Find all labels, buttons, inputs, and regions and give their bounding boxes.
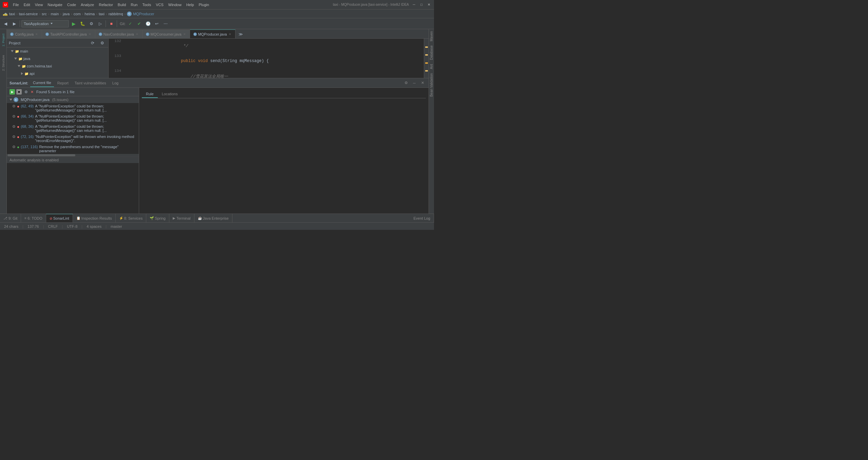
sync-icon[interactable]: ⟳ — [89, 39, 97, 47]
more-tabs-button[interactable]: ≫ — [237, 30, 245, 38]
tab-navcontroller[interactable]: C NavController.java ✕ — [95, 29, 143, 38]
menu-window[interactable]: Window — [166, 2, 184, 7]
bottom-tab-terminal[interactable]: ▶ Terminal — [169, 214, 194, 223]
ant-tool-btn[interactable]: Ant — [429, 62, 434, 71]
tab-taxiapi[interactable]: C TaxiAPIController.java ✕ — [42, 29, 95, 38]
stop-analysis-btn[interactable]: ■ — [16, 89, 22, 95]
issue-item-2[interactable]: ⚙ ● (66, 34) A "NullPointerException" co… — [7, 113, 139, 123]
run-config-dropdown[interactable]: TaxiApplication — [21, 20, 69, 27]
tab-mqproducer[interactable]: C MQProducer.java ✕ — [190, 29, 235, 38]
issue-item-4[interactable]: ⚙ ● (72, 16) "NullPointerException" will… — [7, 134, 139, 144]
scrollbar-thumb[interactable] — [7, 154, 75, 156]
horizontal-scrollbar[interactable] — [7, 154, 139, 157]
bottom-tab-sonarlint[interactable]: ⊘ SonarLint — [46, 214, 73, 223]
error-filter-icon[interactable]: ✕ — [31, 90, 34, 94]
bc-taxi-service[interactable]: taxi-service — [19, 12, 38, 16]
menu-navigate[interactable]: Navigate — [45, 2, 64, 7]
settings-panel-btn[interactable]: ⚙ — [403, 80, 410, 86]
bottom-tab-git[interactable]: ⎇ 9: Git — [0, 214, 21, 223]
git-back-button[interactable]: ↩ — [153, 20, 161, 28]
bc-taxi2[interactable]: taxi — [99, 12, 105, 16]
status-branch[interactable]: master — [109, 224, 124, 228]
tab-close-nav[interactable]: ✕ — [135, 32, 139, 36]
menu-view[interactable]: View — [33, 2, 45, 7]
issue-item-1[interactable]: ⚙ ● (62, 49) A "NullPointerException" co… — [7, 103, 139, 113]
bc-java[interactable]: java — [63, 12, 70, 16]
debug-button[interactable]: 🐛 — [78, 20, 87, 28]
maximize-button[interactable]: □ — [419, 2, 424, 7]
menu-edit[interactable]: Edit — [22, 2, 32, 7]
tree-main[interactable]: 📁 main — [7, 47, 108, 55]
structure-tool-btn[interactable]: 2: Structure — [1, 53, 6, 73]
menu-analyze[interactable]: Analyze — [79, 2, 96, 7]
menu-build[interactable]: Build — [116, 2, 128, 7]
tab-close-taxiapi[interactable]: ✕ — [88, 32, 92, 36]
bc-main[interactable]: main — [51, 12, 59, 16]
menu-help[interactable]: Help — [184, 2, 196, 7]
event-log-btn[interactable]: Event Log — [410, 214, 434, 223]
minimize-panel-btn[interactable]: ─ — [411, 80, 418, 86]
maven-tool-btn[interactable]: Maven — [429, 29, 434, 43]
menu-code[interactable]: Code — [65, 2, 78, 7]
forward-button[interactable]: ▶ — [10, 20, 18, 28]
menu-file[interactable]: File — [11, 2, 21, 7]
run-button[interactable]: ▶ — [70, 20, 78, 28]
panel-tab-log[interactable]: Log — [110, 79, 121, 87]
back-button[interactable]: ◀ — [1, 20, 10, 28]
git-more-button[interactable]: ⋯ — [162, 20, 170, 28]
panel-tab-taint[interactable]: Taint vulnerabilities — [72, 79, 109, 87]
bc-src[interactable]: src — [42, 12, 47, 16]
bottom-tab-inspection[interactable]: 📋 Inspection Results — [73, 214, 116, 223]
bottom-tab-java-enterprise[interactable]: ☕ Java Enterprise — [194, 214, 232, 223]
close-button[interactable]: ✕ — [427, 2, 431, 7]
profile-button[interactable]: ⚙ — [87, 20, 95, 28]
stop-button[interactable]: ■ — [107, 20, 115, 28]
tree-api[interactable]: 📁 api — [7, 70, 108, 77]
tree-java[interactable]: 📁 java — [7, 55, 108, 62]
bottom-tab-services[interactable]: ⚡ 8: Services — [116, 214, 146, 223]
settings-icon[interactable]: ⚙ — [98, 39, 106, 47]
issue-item-3[interactable]: ⚙ ● (68, 36) A "NullPointerException" co… — [7, 123, 139, 134]
close-panel-btn[interactable]: ✕ — [419, 80, 426, 86]
status-line-sep[interactable]: CRLF — [47, 224, 59, 228]
rule-tab-locations[interactable]: Locations — [158, 91, 182, 98]
menu-run[interactable]: Run — [129, 2, 139, 7]
menu-refactor[interactable]: Refactor — [97, 2, 115, 7]
status-chars[interactable]: 24 chars — [3, 224, 20, 228]
issue-item-5[interactable]: ⚙ ● (137, 116) Remove the parentheses ar… — [7, 144, 139, 154]
tab-close-mqproducer[interactable]: ✕ — [228, 32, 232, 36]
bc-rabbitmq[interactable]: rabbitmq — [109, 12, 123, 16]
tree-com-heima-taxi[interactable]: 📁 com.heima.taxi — [7, 62, 108, 70]
bc-heima[interactable]: heima — [84, 12, 95, 16]
status-indent[interactable]: 4 spaces — [85, 224, 103, 228]
run-analysis-btn[interactable]: ▶ — [10, 89, 15, 95]
status-encoding[interactable]: UTF-8 — [65, 224, 79, 228]
panel-tab-current-file[interactable]: Current file — [30, 79, 54, 87]
tab-mqconsumer[interactable]: C MQConsumer.java ✕ — [143, 29, 190, 38]
rule-tab-rule[interactable]: Rule — [142, 91, 158, 98]
bottom-tab-spring[interactable]: 🌱 Spring — [146, 214, 169, 223]
bottom-tab-todo[interactable]: ≡ 6: TODO — [21, 214, 46, 223]
git-checkmark-button[interactable]: ✓ — [126, 20, 134, 28]
panel-tab-report[interactable]: Report — [55, 79, 71, 87]
more-run-button[interactable]: ▷ — [96, 20, 104, 28]
bc-com[interactable]: com — [74, 12, 81, 16]
status-position[interactable]: 137:76 — [26, 224, 40, 228]
project-tool-btn[interactable]: 1: Project — [1, 30, 6, 50]
settings-icon-2[interactable]: ⚙ — [24, 90, 28, 94]
tab-close-mqconsumer[interactable]: ✕ — [183, 32, 186, 36]
tab-config-java[interactable]: C Config.java ✕ — [7, 29, 42, 38]
menu-vcs[interactable]: VCS — [154, 2, 166, 7]
code-content[interactable]: 132 */ 133 public void send(St — [109, 39, 424, 78]
bean-validation-tool-btn[interactable]: Bean Validation — [429, 71, 434, 99]
tab-close-config[interactable]: ✕ — [35, 32, 38, 36]
minimize-button[interactable]: ─ — [412, 2, 416, 7]
menu-plugin[interactable]: Plugin — [197, 2, 211, 7]
bc-mqproducer[interactable]: MQProducer — [133, 12, 154, 16]
menu-tools[interactable]: Tools — [140, 2, 153, 7]
database-tool-btn[interactable]: Database — [429, 43, 434, 62]
bc-taxi[interactable]: taxi — [9, 12, 15, 16]
git-tick-button[interactable]: ✔ — [135, 20, 143, 28]
code-editor[interactable]: 132 */ 133 public void send(St — [109, 39, 424, 78]
git-history-button[interactable]: 🕐 — [144, 20, 152, 28]
